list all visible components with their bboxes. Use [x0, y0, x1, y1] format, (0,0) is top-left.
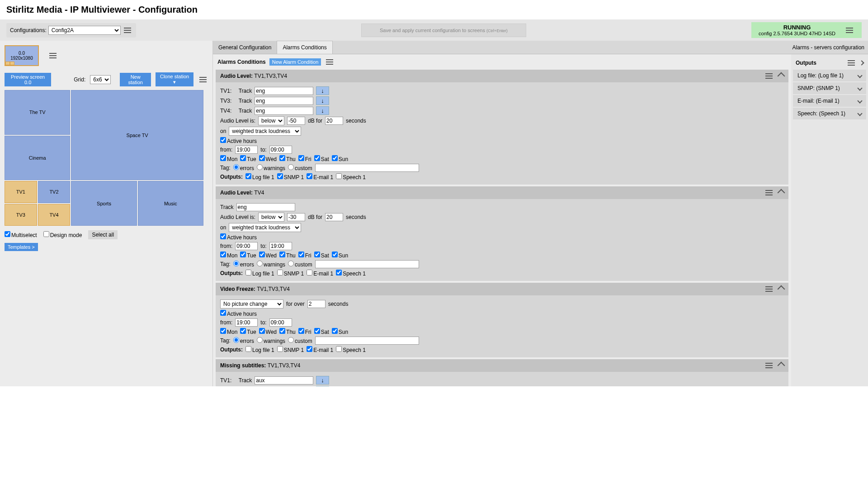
sec-input[interactable] — [325, 117, 343, 125]
db-input[interactable] — [287, 213, 305, 221]
tile-sports[interactable]: Sports — [71, 181, 137, 226]
clone-station-button[interactable]: Clone station — [156, 72, 193, 86]
to-input[interactable] — [269, 146, 292, 154]
alarm-channels: TV1,TV3,TV4 — [268, 362, 301, 369]
select-all-button[interactable]: Select all — [88, 230, 118, 239]
output-speech[interactable]: Speech: (Speech 1) — [793, 108, 866, 119]
outputs-pane: Outputs Log file: (Log file 1) SNMP: (SN… — [791, 54, 868, 386]
alarm-title: Audio Level: — [220, 73, 253, 79]
track-input[interactable] — [255, 386, 313, 387]
metric-select[interactable]: weighted track loudness — [229, 223, 301, 232]
track-input[interactable] — [255, 376, 313, 385]
sec-input[interactable] — [325, 213, 343, 221]
alarm-audio-level-2: Audio Level: TV4 Track Audio Level is: b… — [216, 186, 788, 281]
page-title: Stirlitz Media - IP Multiviewer - Config… — [0, 0, 868, 19]
alarm-menu-icon[interactable] — [764, 361, 774, 370]
alarms-list: Audio Level: TV1,TV3,TV4 TV1: Track ↓ TV… — [213, 70, 791, 386]
screen-layout-pane: 0.0 1920x1080 Preview screen 0.0 Grid: 6… — [0, 41, 212, 386]
tile-tv1[interactable]: TV1 — [5, 181, 37, 203]
config-select[interactable]: Config2A — [48, 26, 121, 35]
alarm-title: Missing subtitles: — [220, 362, 266, 369]
alarm-channels: TV1,TV3,TV4 — [254, 73, 287, 79]
active-hours-check[interactable]: Active hours — [220, 137, 257, 144]
track-input[interactable] — [255, 107, 313, 115]
outputs-menu-icon[interactable] — [846, 59, 856, 67]
config-menu-icon[interactable] — [123, 26, 132, 34]
alarm-channels: TV1,TV3,TV4 — [257, 286, 290, 292]
screen-menu-icon[interactable] — [48, 52, 58, 60]
sec-input[interactable] — [307, 300, 326, 308]
tab-alarms[interactable]: Alarms Conditions — [277, 41, 332, 54]
to-input[interactable] — [269, 318, 292, 327]
alarm-missing-subtitles: Missing subtitles: TV1,TV3,TV4 TV1: Trac… — [216, 359, 788, 386]
collapse-icon[interactable] — [778, 189, 785, 197]
alarms-menu-icon[interactable] — [325, 58, 335, 66]
config-pane: General Configuration Alarms Conditions … — [212, 41, 868, 386]
from-input[interactable] — [235, 146, 258, 154]
custom-tag-input[interactable] — [315, 337, 419, 345]
tab-general[interactable]: General Configuration — [213, 41, 277, 54]
collapse-icon[interactable] — [778, 72, 785, 80]
grid-select[interactable]: 6x6 — [90, 75, 111, 84]
apply-down-button[interactable]: ↓ — [316, 376, 329, 385]
alarm-title: Audio Level: — [220, 190, 253, 196]
status-running-label: RUNNING — [759, 24, 835, 31]
track-input[interactable] — [255, 87, 313, 95]
chevron-down-icon — [857, 85, 862, 90]
chevron-down-icon — [857, 111, 862, 116]
apply-down-button[interactable]: ↓ — [316, 86, 329, 95]
tile-music[interactable]: Music — [138, 181, 203, 226]
alarm-menu-icon[interactable] — [764, 189, 774, 197]
active-hours-check[interactable]: Active hours — [220, 233, 257, 241]
status-panel: RUNNING config 2.5.7654 3UHD 47HD 14SD — [751, 22, 862, 38]
track-input[interactable] — [236, 203, 295, 211]
track-input[interactable] — [255, 97, 313, 105]
apply-down-button[interactable]: ↓ — [316, 386, 329, 386]
design-mode-checkbox[interactable]: Design mode — [43, 231, 82, 238]
save-apply-button[interactable]: Save and apply current configuration to … — [361, 24, 526, 37]
output-email[interactable]: E-mail: (E-mail 1) — [793, 95, 866, 107]
configs-label: Configurations: — [10, 27, 47, 33]
collapse-icon[interactable] — [778, 285, 785, 293]
tile-tv4[interactable]: TV4 — [38, 204, 71, 226]
tile-the-tv[interactable]: The TV — [5, 90, 70, 135]
level-compare[interactable]: below — [258, 116, 284, 125]
apply-down-button[interactable]: ↓ — [316, 96, 329, 105]
tile-tv2[interactable]: TV2 — [38, 181, 71, 203]
multiselect-checkbox[interactable]: Multiselect — [5, 231, 37, 238]
active-hours-check[interactable]: Active hours — [220, 310, 257, 317]
from-input[interactable] — [235, 318, 258, 327]
alarm-menu-icon[interactable] — [764, 72, 774, 80]
tile-space-tv[interactable]: Space TV — [71, 90, 203, 180]
tile-tv3[interactable]: TV3 — [5, 204, 37, 226]
screen-thumb[interactable]: 0.0 1920x1080 — [5, 45, 39, 66]
alarm-menu-icon[interactable] — [764, 285, 774, 293]
new-station-button[interactable]: New station — [120, 73, 151, 86]
custom-tag-input[interactable] — [315, 164, 419, 172]
output-snmp[interactable]: SNMP: (SNMP 1) — [793, 82, 866, 94]
output-logfile[interactable]: Log file: (Log file 1) — [793, 70, 866, 81]
chevron-down-icon — [857, 73, 862, 78]
tile-cinema[interactable]: Cinema — [5, 136, 70, 180]
custom-tag-input[interactable] — [315, 260, 419, 268]
from-input[interactable] — [235, 242, 258, 250]
outputs-title: Outputs — [796, 60, 816, 66]
to-input[interactable] — [269, 242, 292, 250]
grid-label: Grid: — [74, 76, 85, 83]
db-input[interactable] — [287, 117, 305, 125]
level-compare[interactable]: below — [258, 213, 284, 222]
collapse-icon[interactable] — [778, 362, 785, 370]
templates-button[interactable]: Templates > — [5, 243, 38, 251]
status-menu-icon[interactable] — [844, 26, 854, 34]
alarm-audio-level-1: Audio Level: TV1,TV3,TV4 TV1: Track ↓ TV… — [216, 70, 788, 185]
alarm-channels: TV4 — [254, 190, 264, 196]
apply-down-button[interactable]: ↓ — [316, 106, 329, 115]
new-alarm-button[interactable]: New Alarm Condition — [269, 58, 321, 66]
freeze-mode-select[interactable]: No picture change — [220, 299, 283, 309]
preview-screen-button[interactable]: Preview screen 0.0 — [5, 73, 51, 86]
metric-select[interactable]: weighted track loudness — [229, 127, 301, 136]
station-menu-icon[interactable] — [198, 76, 208, 84]
outputs-expand-icon[interactable] — [859, 60, 864, 65]
tab-servers-config[interactable]: Alarms - servers configuration — [789, 43, 868, 52]
alarms-conditions-title: Alarms Conditions — [217, 59, 266, 65]
